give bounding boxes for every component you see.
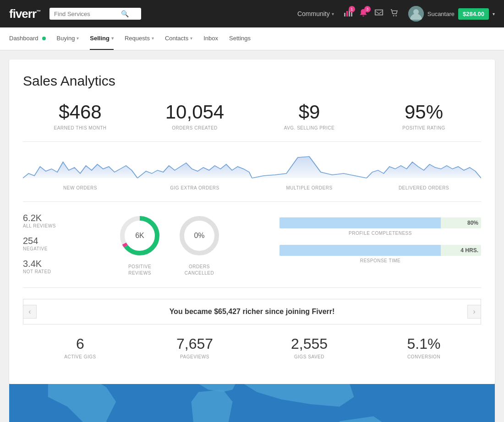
chart-delivered-label: DELIVERED ORDERS <box>367 185 481 190</box>
orders-cancelled-donut: 0% ORDERSCANCELLED <box>176 213 222 276</box>
analytics-card: Sales Analytics $468 EARNED THIS MONTH 1… <box>9 60 495 384</box>
response-time-title: RESPONSE TIME <box>279 258 481 263</box>
conversion-label: CONVERSION <box>367 354 481 359</box>
requests-chevron: ▾ <box>152 36 154 41</box>
profile-completeness-title: PROFILE COMPLETENESS <box>279 231 481 236</box>
buying-chevron: ▾ <box>77 36 79 41</box>
map-section <box>9 384 495 422</box>
gigs-saved-stat: 2,555 GIGS SAVED <box>252 335 367 359</box>
notification-badge: 3 <box>364 6 371 12</box>
active-gigs-label: ACTIVE GIGS <box>23 354 137 359</box>
new-orders-sparkline <box>23 153 137 180</box>
response-time-label: 4 HRS. <box>460 247 478 254</box>
svg-rect-0 <box>344 13 345 16</box>
community-menu[interactable]: Community ▾ <box>297 10 334 17</box>
gigs-saved-value: 2,555 <box>252 335 367 352</box>
stat-orders-value: 10,054 <box>137 102 252 123</box>
chart-gig-extra-label: GIG EXTRA ORDERS <box>137 185 252 190</box>
subnav-settings[interactable]: Settings <box>229 27 251 50</box>
progress-col: 80% PROFILE COMPLETENESS 4 HRS. RESPONSE… <box>279 213 481 263</box>
profile-completeness-row: 80% PROFILE COMPLETENESS <box>279 217 481 236</box>
messages-btn[interactable] <box>374 8 383 20</box>
banner-arrow-left[interactable]: ‹ <box>23 305 37 319</box>
contacts-chevron: ▾ <box>190 36 192 41</box>
sub-nav: Dashboard Buying ▾ Selling ▾ Requests ▾ … <box>0 27 504 50</box>
profile-completeness-pct: 80% <box>467 220 478 226</box>
chart-new-orders-label: NEW ORDERS <box>23 185 137 190</box>
svg-text:6K: 6K <box>135 232 144 239</box>
stat-avg-price: $9 AVG. SELLING PRICE <box>252 102 367 130</box>
subnav-inbox[interactable]: Inbox <box>203 27 218 50</box>
dashboard-dot <box>42 37 46 40</box>
svg-point-4 <box>393 15 394 16</box>
nav-icons: 1 3 <box>343 8 399 20</box>
logo[interactable]: fiverr™ <box>9 7 40 21</box>
username-label: Sucantare <box>427 11 455 17</box>
bottom-stats-row: 6 ACTIVE GIGS 7,657 PAGEVIEWS 2,555 GIGS… <box>23 335 481 359</box>
stat-earned-label: EARNED THIS MONTH <box>23 125 137 130</box>
main-content: Sales Analytics $468 EARNED THIS MONTH 1… <box>0 50 504 422</box>
donuts-col: 6K POSITIVEREVIEWS 0% ORDERSCANCELLED <box>69 213 270 276</box>
response-time-fill <box>279 245 441 256</box>
user-dropdown-arrow[interactable]: ▾ <box>493 11 495 16</box>
chart-gig-extra: GIG EXTRA ORDERS <box>137 153 252 190</box>
cart-btn[interactable] <box>390 8 399 20</box>
positive-reviews-svg: 6K <box>117 213 163 259</box>
profile-completeness-fill <box>279 217 441 228</box>
top-nav: fiverr™ 🔍 Community ▾ 1 3 <box>0 0 504 27</box>
conversion-stat: 5.1% CONVERSION <box>367 335 481 359</box>
cart-icon <box>390 8 399 17</box>
banner-text: You became $65,427 richer since joining … <box>170 308 335 315</box>
search-input[interactable] <box>54 11 118 17</box>
community-chevron: ▾ <box>332 11 334 16</box>
chart-multiple: MULTIPLE ORDERS <box>252 153 367 190</box>
search-bar[interactable]: 🔍 <box>49 8 141 20</box>
user-section[interactable]: Sucantare $284.00 ▾ <box>408 6 495 22</box>
banner-arrow-right[interactable]: › <box>467 305 481 319</box>
messages-icon <box>374 8 383 17</box>
stat-avg-price-label: AVG. SELLING PRICE <box>252 125 367 130</box>
subnav-selling[interactable]: Selling ▾ <box>90 27 114 50</box>
svg-text:0%: 0% <box>194 232 204 239</box>
stat-earned: $468 EARNED THIS MONTH <box>23 102 137 130</box>
stat-earned-value: $468 <box>23 102 137 123</box>
gig-extra-sparkline <box>137 153 252 180</box>
svg-point-5 <box>395 15 397 16</box>
reviews-col: 6.2K ALL REVIEWS 254 NEGATIVE 3.4K NOT R… <box>23 213 60 274</box>
subnav-dashboard[interactable]: Dashboard <box>9 27 46 50</box>
subnav-requests[interactable]: Requests ▾ <box>125 27 154 50</box>
multiple-orders-sparkline <box>252 153 367 180</box>
chart-delivered: DELIVERED ORDERS <box>367 153 481 190</box>
positive-reviews-donut: 6K POSITIVEREVIEWS <box>117 213 163 276</box>
avatar <box>408 6 424 22</box>
profile-completeness-bar-wrap: 80% <box>279 217 481 228</box>
stat-avg-price-value: $9 <box>252 102 367 123</box>
stat-orders: 10,054 ORDERS CREATED <box>137 102 252 130</box>
stat-rating-value: 95% <box>367 102 481 123</box>
world-map <box>9 384 495 422</box>
orders-cancelled-svg: 0% <box>176 213 222 259</box>
delivered-orders-sparkline <box>367 153 481 180</box>
stat-rating-label: POSITIVE RATING <box>367 125 481 130</box>
charts-row: NEW ORDERS GIG EXTRA ORDERS MULTIPLE ORD… <box>23 153 481 202</box>
pageviews-value: 7,657 <box>137 335 252 352</box>
response-time-row: 4 HRS. RESPONSE TIME <box>279 245 481 263</box>
response-time-bar-wrap: 4 HRS. <box>279 245 481 256</box>
active-gigs-stat: 6 ACTIVE GIGS <box>23 335 137 359</box>
analytics-icon-btn[interactable]: 1 <box>343 8 352 20</box>
chart-multiple-label: MULTIPLE ORDERS <box>252 185 367 190</box>
pageviews-stat: 7,657 PAGEVIEWS <box>137 335 252 359</box>
pageviews-label: PAGEVIEWS <box>137 354 252 359</box>
stat-orders-label: ORDERS CREATED <box>137 125 252 130</box>
notifications-btn[interactable]: 3 <box>359 8 368 20</box>
subnav-buying[interactable]: Buying ▾ <box>57 27 79 50</box>
avatar-image <box>408 6 424 22</box>
middle-row: 6.2K ALL REVIEWS 254 NEGATIVE 3.4K NOT R… <box>23 213 481 288</box>
balance-button[interactable]: $284.00 <box>458 8 489 20</box>
subnav-contacts[interactable]: Contacts ▾ <box>165 27 192 50</box>
page-title: Sales Analytics <box>23 73 481 89</box>
svg-rect-1 <box>346 11 348 16</box>
stats-row: $468 EARNED THIS MONTH 10,054 ORDERS CRE… <box>23 102 481 142</box>
analytics-badge: 1 <box>349 6 355 12</box>
all-reviews: 6.2K ALL REVIEWS <box>23 213 60 228</box>
